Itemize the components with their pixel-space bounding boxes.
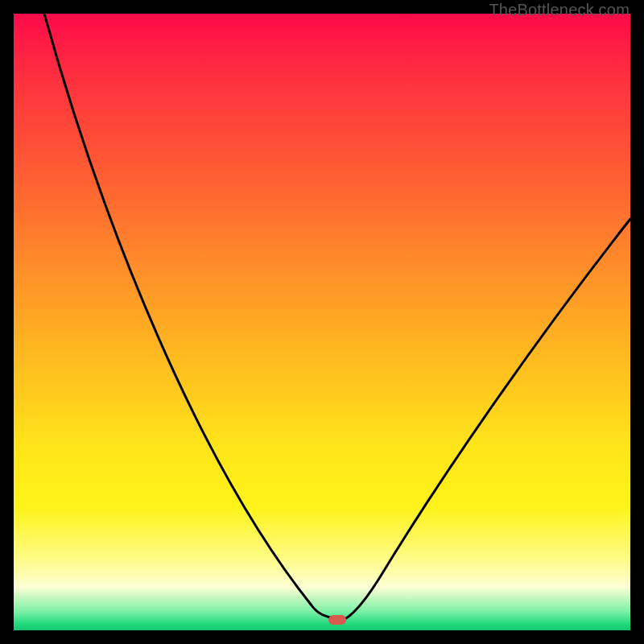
curve-left-branch [44, 14, 340, 618]
plot-area [14, 14, 630, 630]
chart-frame: TheBottleneck.com [0, 0, 644, 644]
bottleneck-curve [14, 14, 630, 630]
watermark-text: TheBottleneck.com [489, 1, 630, 19]
optimal-marker [328, 615, 346, 625]
curve-right-branch [346, 219, 630, 618]
